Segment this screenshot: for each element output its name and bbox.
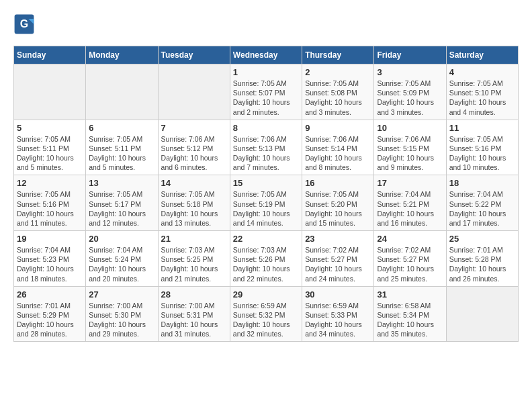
day-number: 18 (449, 178, 515, 188)
calendar-cell: 20Sunrise: 7:04 AMSunset: 5:24 PMDayligh… (86, 231, 158, 287)
calendar-cell: 28Sunrise: 7:00 AMSunset: 5:31 PMDayligh… (158, 286, 230, 342)
calendar-cell: 23Sunrise: 7:02 AMSunset: 5:27 PMDayligh… (302, 231, 374, 287)
calendar-cell: 22Sunrise: 7:03 AMSunset: 5:26 PMDayligh… (230, 231, 302, 287)
calendar-cell: 5Sunrise: 7:05 AMSunset: 5:11 PMDaylight… (14, 120, 86, 175)
day-number: 10 (377, 123, 443, 133)
calendar-cell: 31Sunrise: 6:58 AMSunset: 5:34 PMDayligh… (374, 286, 446, 342)
calendar-cell: 2Sunrise: 7:05 AMSunset: 5:08 PMDaylight… (302, 64, 374, 120)
day-number: 16 (305, 178, 371, 188)
calendar-cell: 6Sunrise: 7:05 AMSunset: 5:11 PMDaylight… (86, 120, 158, 175)
weekday-header-tuesday: Tuesday (158, 46, 230, 64)
calendar-week-row: 26Sunrise: 7:01 AMSunset: 5:29 PMDayligh… (14, 286, 519, 342)
calendar-cell (158, 64, 230, 120)
day-number: 3 (377, 67, 443, 77)
day-info: Sunrise: 7:05 AMSunset: 5:07 PMDaylight:… (233, 79, 299, 117)
day-info: Sunrise: 7:05 AMSunset: 5:16 PMDaylight:… (17, 189, 83, 228)
day-number: 22 (233, 234, 299, 244)
day-number: 19 (17, 234, 83, 244)
page-header: G (13, 13, 519, 35)
weekday-header-wednesday: Wednesday (230, 46, 302, 64)
day-info: Sunrise: 7:02 AMSunset: 5:27 PMDaylight:… (377, 245, 443, 283)
calendar-cell: 24Sunrise: 7:02 AMSunset: 5:27 PMDayligh… (374, 231, 446, 287)
calendar-cell: 10Sunrise: 7:06 AMSunset: 5:15 PMDayligh… (374, 120, 446, 175)
calendar-cell: 9Sunrise: 7:06 AMSunset: 5:14 PMDaylight… (302, 120, 374, 175)
day-number: 5 (17, 123, 83, 133)
day-info: Sunrise: 6:59 AMSunset: 5:33 PMDaylight:… (305, 301, 371, 339)
day-info: Sunrise: 7:05 AMSunset: 5:11 PMDaylight:… (17, 134, 83, 173)
day-info: Sunrise: 7:06 AMSunset: 5:14 PMDaylight:… (305, 134, 371, 173)
calendar-cell: 21Sunrise: 7:03 AMSunset: 5:25 PMDayligh… (158, 231, 230, 287)
day-number: 28 (161, 289, 227, 300)
day-number: 15 (233, 178, 299, 188)
day-number: 24 (377, 234, 443, 244)
day-info: Sunrise: 7:06 AMSunset: 5:12 PMDaylight:… (161, 134, 227, 173)
day-number: 8 (233, 123, 299, 133)
calendar-cell (14, 64, 86, 120)
calendar-cell: 14Sunrise: 7:05 AMSunset: 5:18 PMDayligh… (158, 175, 230, 231)
day-info: Sunrise: 7:03 AMSunset: 5:25 PMDaylight:… (161, 245, 227, 283)
day-info: Sunrise: 7:05 AMSunset: 5:10 PMDaylight:… (449, 79, 515, 117)
day-info: Sunrise: 7:03 AMSunset: 5:26 PMDaylight:… (233, 245, 299, 283)
day-info: Sunrise: 7:05 AMSunset: 5:18 PMDaylight:… (161, 189, 227, 228)
day-info: Sunrise: 7:01 AMSunset: 5:28 PMDaylight:… (449, 245, 515, 283)
day-number: 30 (305, 289, 371, 300)
weekday-header-thursday: Thursday (302, 46, 374, 64)
calendar-cell: 27Sunrise: 7:00 AMSunset: 5:30 PMDayligh… (86, 286, 158, 342)
day-info: Sunrise: 7:05 AMSunset: 5:16 PMDaylight:… (449, 134, 515, 173)
day-number: 1 (233, 67, 299, 77)
logo-icon: G (13, 13, 35, 35)
day-info: Sunrise: 6:59 AMSunset: 5:32 PMDaylight:… (233, 301, 299, 339)
day-number: 12 (17, 178, 83, 188)
day-number: 9 (305, 123, 371, 133)
day-info: Sunrise: 7:06 AMSunset: 5:15 PMDaylight:… (377, 134, 443, 173)
calendar-cell: 7Sunrise: 7:06 AMSunset: 5:12 PMDaylight… (158, 120, 230, 175)
day-info: Sunrise: 7:01 AMSunset: 5:29 PMDaylight:… (17, 301, 83, 339)
weekday-header-saturday: Saturday (446, 46, 518, 64)
calendar-cell: 26Sunrise: 7:01 AMSunset: 5:29 PMDayligh… (14, 286, 86, 342)
day-number: 21 (161, 234, 227, 244)
day-number: 31 (377, 289, 443, 300)
day-number: 27 (89, 289, 154, 300)
day-info: Sunrise: 7:05 AMSunset: 5:09 PMDaylight:… (377, 79, 443, 117)
day-info: Sunrise: 7:02 AMSunset: 5:27 PMDaylight:… (305, 245, 371, 283)
day-info: Sunrise: 7:00 AMSunset: 5:31 PMDaylight:… (161, 301, 227, 339)
calendar-week-row: 1Sunrise: 7:05 AMSunset: 5:07 PMDaylight… (14, 64, 519, 120)
calendar-week-row: 19Sunrise: 7:04 AMSunset: 5:23 PMDayligh… (14, 231, 519, 287)
day-number: 4 (449, 67, 515, 77)
weekday-header-monday: Monday (86, 46, 158, 64)
calendar-cell: 16Sunrise: 7:05 AMSunset: 5:20 PMDayligh… (302, 175, 374, 231)
calendar-cell: 1Sunrise: 7:05 AMSunset: 5:07 PMDaylight… (230, 64, 302, 120)
day-info: Sunrise: 7:05 AMSunset: 5:08 PMDaylight:… (305, 79, 371, 117)
day-number: 6 (89, 123, 154, 133)
calendar-table: SundayMondayTuesdayWednesdayThursdayFrid… (13, 46, 519, 342)
calendar-cell: 13Sunrise: 7:05 AMSunset: 5:17 PMDayligh… (86, 175, 158, 231)
calendar-cell: 30Sunrise: 6:59 AMSunset: 5:33 PMDayligh… (302, 286, 374, 342)
svg-text:G: G (20, 18, 28, 30)
day-number: 14 (161, 178, 227, 188)
day-info: Sunrise: 7:05 AMSunset: 5:11 PMDaylight:… (89, 134, 154, 173)
day-number: 29 (233, 289, 299, 300)
day-info: Sunrise: 7:05 AMSunset: 5:17 PMDaylight:… (89, 189, 154, 228)
calendar-cell: 4Sunrise: 7:05 AMSunset: 5:10 PMDaylight… (446, 64, 518, 120)
day-number: 11 (449, 123, 515, 133)
day-info: Sunrise: 7:06 AMSunset: 5:13 PMDaylight:… (233, 134, 299, 173)
calendar-week-row: 5Sunrise: 7:05 AMSunset: 5:11 PMDaylight… (14, 120, 519, 175)
calendar-cell: 19Sunrise: 7:04 AMSunset: 5:23 PMDayligh… (14, 231, 86, 287)
day-info: Sunrise: 7:04 AMSunset: 5:22 PMDaylight:… (449, 189, 515, 228)
calendar-cell: 8Sunrise: 7:06 AMSunset: 5:13 PMDaylight… (230, 120, 302, 175)
calendar-cell: 25Sunrise: 7:01 AMSunset: 5:28 PMDayligh… (446, 231, 518, 287)
day-info: Sunrise: 7:04 AMSunset: 5:24 PMDaylight:… (89, 245, 154, 283)
day-info: Sunrise: 7:05 AMSunset: 5:20 PMDaylight:… (305, 189, 371, 228)
calendar-cell: 11Sunrise: 7:05 AMSunset: 5:16 PMDayligh… (446, 120, 518, 175)
calendar-week-row: 12Sunrise: 7:05 AMSunset: 5:16 PMDayligh… (14, 175, 519, 231)
day-info: Sunrise: 7:04 AMSunset: 5:23 PMDaylight:… (17, 245, 83, 283)
day-info: Sunrise: 7:05 AMSunset: 5:19 PMDaylight:… (233, 189, 299, 228)
calendar-cell (446, 286, 518, 342)
day-number: 13 (89, 178, 154, 188)
day-info: Sunrise: 7:04 AMSunset: 5:21 PMDaylight:… (377, 189, 443, 228)
day-number: 17 (377, 178, 443, 188)
calendar-cell: 18Sunrise: 7:04 AMSunset: 5:22 PMDayligh… (446, 175, 518, 231)
weekday-header-friday: Friday (374, 46, 446, 64)
day-number: 25 (449, 234, 515, 244)
weekday-header-sunday: Sunday (14, 46, 86, 64)
